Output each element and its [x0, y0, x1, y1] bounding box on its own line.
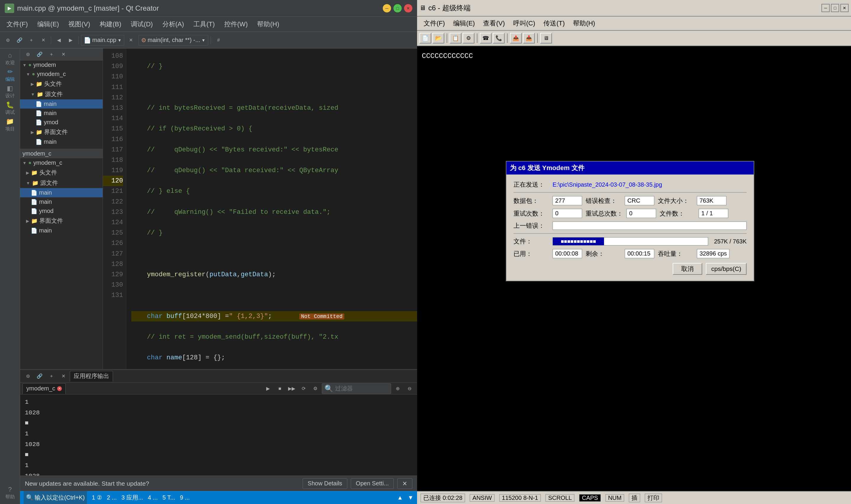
menu-file[interactable]: 文件(F)	[2, 18, 32, 31]
terminal-open-btn[interactable]: 📂	[432, 33, 444, 43]
line-count: 2 ...	[107, 494, 116, 501]
terminal-btn-3[interactable]: 📋	[450, 33, 461, 43]
open-settings-button[interactable]: Open Setti...	[351, 478, 394, 489]
list-item[interactable]: ▶ 📁 界面文件	[20, 216, 103, 226]
list-item[interactable]: ▼ ● ymodem	[20, 60, 103, 70]
output-play-btn[interactable]: ▶	[262, 383, 273, 394]
list-item[interactable]: ▶ 📁 头文件	[20, 79, 103, 89]
panel-link-btn[interactable]: 🔗	[34, 371, 45, 381]
menu-analyze[interactable]: 分析(A)	[158, 18, 188, 31]
list-item[interactable]: 📄 ymod	[20, 118, 103, 127]
sub-tab-close[interactable]: ✕	[57, 386, 62, 391]
tree-close-btn[interactable]: ✕	[58, 49, 69, 60]
terminal-menu-transfer[interactable]: 传送(T)	[539, 17, 569, 30]
terminal-menu-help[interactable]: 帮助(H)	[569, 17, 599, 30]
terminal-close[interactable]: ✕	[840, 4, 849, 12]
list-item[interactable]: 📄 main	[20, 100, 103, 109]
tab-app-output[interactable]: 应用程序输出	[70, 371, 113, 381]
output-stop-btn[interactable]: ■	[274, 383, 285, 394]
tree-filter-btn[interactable]: ⊜	[22, 49, 33, 60]
list-item[interactable]: 📄 main	[20, 109, 103, 118]
sidebar-item-edit[interactable]: ✏ 编辑	[2, 68, 18, 83]
toolbar-tab-close[interactable]: ✕	[125, 35, 136, 46]
tree-item-label: main	[44, 101, 56, 107]
sidebar-item-help[interactable]: ? 帮助	[2, 485, 18, 501]
list-item[interactable]: 📄 main	[20, 197, 103, 206]
terminal-minimize[interactable]: ─	[821, 4, 830, 12]
minimize-button[interactable]: ─	[383, 4, 391, 13]
toolbar-back[interactable]: ◀	[54, 35, 64, 46]
status-expand-btn[interactable]: ▲	[397, 494, 403, 501]
menu-controls[interactable]: 控件(W)	[220, 18, 252, 31]
toolbar-new[interactable]: +	[26, 35, 37, 46]
menu-build[interactable]: 构建(B)	[95, 18, 125, 31]
terminal-btn-5[interactable]: ☎	[480, 33, 492, 43]
location-input[interactable]: 🔍 输入以定位(Ctrl+K)	[24, 491, 87, 504]
toolbar-hash[interactable]: #	[213, 35, 224, 46]
toolbar-close[interactable]: ✕	[38, 35, 49, 46]
terminal-text: CCCCCCCCCCCC	[422, 51, 846, 61]
terminal-menu-file[interactable]: 文件(F)	[419, 17, 449, 30]
show-details-button[interactable]: Show Details	[303, 478, 347, 489]
output-step-btn[interactable]: ⟳	[298, 383, 309, 394]
search-input[interactable]	[335, 385, 388, 392]
list-item[interactable]: 📄 main	[20, 188, 103, 197]
tree-add-btn[interactable]: +	[46, 49, 57, 60]
list-item[interactable]: ▶ 📁 界面文件	[20, 127, 103, 137]
terminal-btn-4[interactable]: ⚙	[463, 33, 474, 43]
terminal-btn-9[interactable]: 🖥	[540, 33, 552, 43]
panel-close-btn[interactable]: ✕	[58, 371, 69, 381]
menu-tools[interactable]: 工具(T)	[189, 18, 219, 31]
output-settings-btn[interactable]: ⚙	[310, 383, 321, 394]
code-content[interactable]: // } // int bytesReceived = getData(rece…	[127, 49, 417, 369]
panel-add-btn[interactable]: +	[46, 371, 57, 381]
sidebar-item-projects[interactable]: 📁 项目	[2, 117, 18, 132]
sidebar-item-debug[interactable]: 🐛 调试	[2, 101, 18, 116]
panel-sub-tab[interactable]: ymodem_c ✕	[22, 383, 66, 394]
list-item[interactable]: 📄 ymod	[20, 206, 103, 216]
cpsbps-button[interactable]: cps/bps(C)	[706, 263, 747, 275]
terminal-btn-6[interactable]: 📞	[493, 33, 505, 43]
file-selector[interactable]: 📄 main.cpp ▼	[81, 35, 124, 46]
cancel-button[interactable]: 取消	[673, 263, 702, 275]
terminal-new-btn[interactable]: 📄	[419, 33, 431, 43]
menu-help[interactable]: 帮助(H)	[253, 18, 283, 31]
list-item[interactable]: ▼ ● ymodem_c	[20, 158, 103, 167]
status-collapse-btn[interactable]: ▼	[408, 494, 414, 501]
close-button[interactable]: ✕	[404, 4, 412, 13]
toolbar-link[interactable]: 🔗	[14, 35, 25, 46]
tree-item-label: 界面文件	[39, 217, 63, 225]
list-item[interactable]: 📄 main	[20, 226, 103, 235]
sidebar-item-design[interactable]: ◧ 设计	[2, 84, 18, 100]
function-selector[interactable]: ⚙ main(int, char **) -... ▼	[139, 35, 208, 46]
output-expand-btn[interactable]: ⊕	[392, 383, 403, 394]
sidebar-item-welcome[interactable]: ⌂ 欢迎	[2, 51, 18, 66]
output-collapse-btn[interactable]: ⊖	[404, 383, 415, 394]
maximize-button[interactable]: □	[393, 4, 402, 13]
file-label: 文件：	[513, 237, 549, 246]
search-small-icon: 🔍	[26, 494, 33, 501]
panel-filter-btn[interactable]: ⊜	[22, 371, 33, 381]
terminal-menu-call[interactable]: 呼叫(C)	[509, 17, 540, 30]
menu-edit[interactable]: 编辑(E)	[33, 18, 63, 31]
list-item[interactable]: ▼ 📁 源文件	[20, 89, 103, 100]
terminal-btn-7[interactable]: 📤	[510, 33, 522, 43]
print-status: 打印	[645, 494, 662, 502]
list-item[interactable]: ▼ 📁 源文件	[20, 178, 103, 188]
terminal-btn-8[interactable]: 📥	[523, 33, 535, 43]
toolbar-forward[interactable]: ▶	[66, 35, 76, 46]
code-area[interactable]: 108 109 110 111 112 113 114 115 116 117 …	[103, 49, 417, 369]
terminal-maximize[interactable]: □	[831, 4, 839, 12]
terminal-menu-view[interactable]: 查看(V)	[479, 17, 509, 30]
dismiss-update-button[interactable]: ✕	[397, 478, 412, 489]
tree-link-btn[interactable]: 🔗	[34, 49, 45, 60]
expand-icon: ▶	[31, 82, 34, 86]
output-run-btn[interactable]: ▶▶	[286, 383, 297, 394]
list-item[interactable]: ▼ ● ymodem_c	[20, 70, 103, 79]
menu-debug[interactable]: 调试(D)	[127, 18, 157, 31]
list-item[interactable]: 📄 main	[20, 137, 103, 146]
terminal-menu-edit[interactable]: 编辑(E)	[449, 17, 479, 30]
menu-view[interactable]: 视图(V)	[64, 18, 94, 31]
toolbar-filter[interactable]: ⊜	[2, 35, 13, 46]
list-item[interactable]: ▶ 📁 头文件	[20, 167, 103, 178]
